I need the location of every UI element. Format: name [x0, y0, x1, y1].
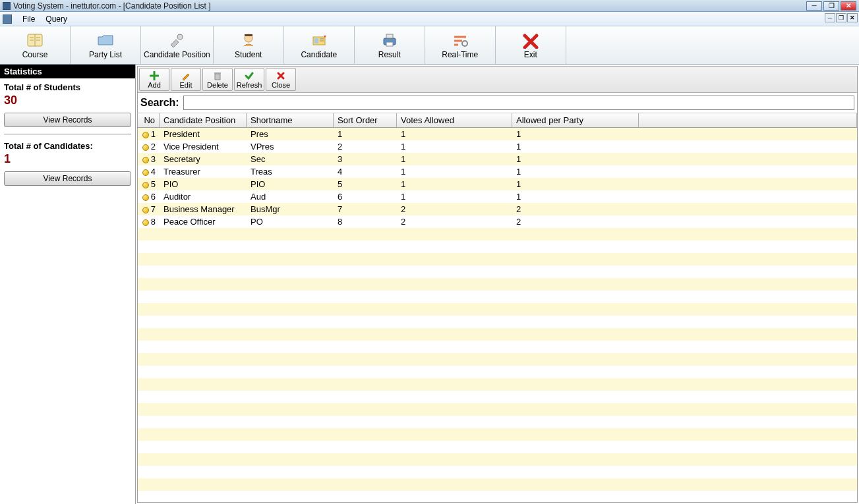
candidate-position-list-panel: Add Edit Delete Refresh Close Search:: [137, 66, 858, 503]
toolbar-student-button[interactable]: Student: [214, 26, 284, 64]
total-candidates-value: 1: [0, 152, 135, 170]
column-header-no[interactable]: No: [138, 113, 160, 127]
table-row[interactable]: 6AuditorAud611: [138, 190, 857, 203]
cell-shortname: BusMgr: [247, 204, 334, 214]
column-header-empty: [639, 113, 857, 127]
table-row[interactable]: 2Vice PresidentVPres211: [138, 140, 857, 153]
list-toolbar: Add Edit Delete Refresh Close: [138, 67, 857, 93]
row-bullet-icon: [142, 169, 149, 176]
mdi-close-button[interactable]: ✕: [847, 13, 858, 22]
sidebar-divider: [4, 134, 131, 134]
cell-sortorder: 1: [334, 129, 397, 139]
delete-button[interactable]: Delete: [202, 68, 233, 91]
table-row[interactable]: 8Peace OfficerPO822: [138, 215, 857, 228]
table-row[interactable]: 5PIOPIO511: [138, 178, 857, 190]
view-students-records-button[interactable]: View Records: [4, 113, 131, 127]
empty-row: [138, 491, 857, 502]
cell-no: 6: [138, 192, 160, 202]
empty-row: [138, 253, 857, 266]
toolbar-candidate-position-button[interactable]: Candidate Position: [141, 26, 214, 64]
cell-allowed-per-party: 1: [512, 179, 639, 189]
printer-icon: [379, 31, 400, 49]
svg-point-6: [177, 34, 183, 40]
cell-no: 3: [138, 154, 160, 164]
cell-allowed-per-party: 1: [512, 154, 639, 164]
statistics-header: Statistics: [0, 65, 135, 78]
empty-row: [138, 403, 857, 416]
app-icon: [3, 2, 11, 10]
cell-votes-allowed: 1: [397, 154, 512, 164]
cell-shortname: PO: [247, 217, 334, 227]
empty-row: [138, 353, 857, 366]
toolbar-exit-button[interactable]: Exit: [496, 26, 566, 64]
svg-rect-21: [214, 72, 221, 74]
view-candidates-records-button[interactable]: View Records: [4, 171, 131, 186]
mdi-child-icon: [3, 14, 12, 24]
toolbar-course-button[interactable]: Course: [0, 26, 71, 64]
toolbar-partylist-button[interactable]: Party List: [71, 26, 141, 64]
cell-votes-allowed: 1: [397, 167, 512, 177]
cell-shortname: VPres: [247, 142, 334, 152]
search-input[interactable]: [183, 96, 854, 110]
mdi-restore-button[interactable]: ❐: [836, 13, 846, 22]
toolbar-realtime-button[interactable]: Real-Time: [425, 26, 496, 64]
cell-shortname: Treas: [247, 167, 334, 177]
close-icon: [276, 70, 285, 81]
table-row[interactable]: 7Business ManagerBusMgr722: [138, 203, 857, 215]
toolbar-result-button[interactable]: Result: [355, 26, 425, 64]
column-header-votes-allowed[interactable]: Votes Allowed: [397, 113, 512, 127]
cell-votes-allowed: 1: [397, 179, 512, 189]
add-button[interactable]: Add: [139, 68, 169, 91]
pencil-icon: [181, 70, 191, 81]
position-grid[interactable]: No Candidate Position Shortname Sort Ord…: [138, 113, 857, 502]
plus-icon: [150, 70, 159, 81]
cell-sortorder: 8: [334, 217, 397, 227]
cell-no: 7: [138, 204, 160, 214]
empty-row: [138, 291, 857, 303]
row-bullet-icon: [142, 144, 149, 151]
refresh-button[interactable]: Refresh: [234, 68, 264, 91]
cell-shortname: Pres: [247, 129, 334, 139]
close-button[interactable]: Close: [266, 68, 296, 91]
toolbar-candidate-button[interactable]: Candidate: [284, 26, 355, 64]
toolbar-exit-label: Exit: [524, 50, 537, 59]
folder-icon: [95, 31, 116, 49]
cell-position: Vice President: [160, 142, 247, 152]
svg-rect-15: [386, 42, 393, 46]
column-header-shortname[interactable]: Shortname: [247, 113, 334, 127]
column-header-position[interactable]: Candidate Position: [160, 113, 247, 127]
cell-shortname: Sec: [247, 154, 334, 164]
menu-bar: File Query ─ ❐ ✕: [0, 12, 859, 26]
cell-allowed-per-party: 2: [512, 204, 639, 214]
empty-row: [138, 328, 857, 341]
empty-row: [138, 453, 857, 466]
table-row[interactable]: 1PresidentPres111: [138, 128, 857, 140]
empty-row: [138, 366, 857, 378]
window-maximize-button[interactable]: ❐: [823, 1, 839, 11]
cell-no: 5: [138, 179, 160, 189]
table-row[interactable]: 3SecretarySec311: [138, 153, 857, 165]
column-header-allowed-per-party[interactable]: Allowed per Party: [512, 113, 639, 127]
toolbar-candidate-position-label: Candidate Position: [144, 50, 210, 59]
column-header-sortorder[interactable]: Sort Order: [334, 113, 397, 127]
row-bullet-icon: [142, 157, 149, 163]
cell-allowed-per-party: 1: [512, 167, 639, 177]
row-bullet-icon: [142, 182, 149, 188]
realtime-icon: [450, 31, 471, 49]
cell-position: Peace Officer: [160, 217, 247, 227]
edit-button[interactable]: Edit: [171, 68, 201, 91]
cell-votes-allowed: 2: [397, 217, 512, 227]
empty-row: [138, 341, 857, 353]
table-row[interactable]: 4TreasurerTreas411: [138, 165, 857, 178]
cell-votes-allowed: 1: [397, 142, 512, 152]
svg-rect-14: [386, 34, 393, 38]
total-students-label: Total # of Students: [0, 78, 135, 94]
menu-file[interactable]: File: [17, 13, 40, 25]
mdi-minimize-button[interactable]: ─: [825, 13, 835, 22]
empty-row: [138, 428, 857, 441]
menu-query[interactable]: Query: [40, 13, 73, 25]
window-minimize-button[interactable]: ─: [806, 1, 822, 11]
toolbar-student-label: Student: [235, 50, 262, 59]
toolbar-realtime-label: Real-Time: [442, 50, 478, 59]
window-close-button[interactable]: ✕: [841, 1, 856, 11]
